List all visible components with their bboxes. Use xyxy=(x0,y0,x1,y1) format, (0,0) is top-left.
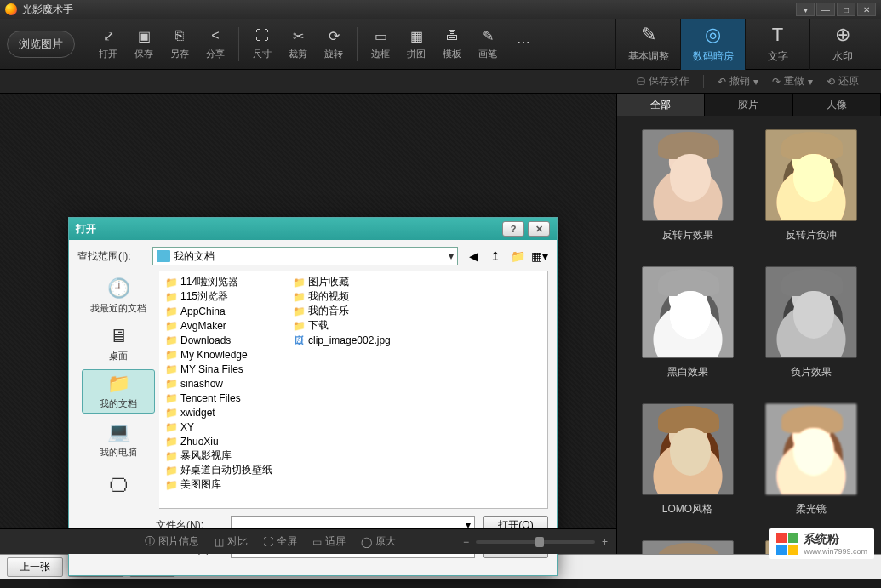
toolbar-打开-button[interactable]: ⤢打开 xyxy=(90,21,126,67)
effect-thumb xyxy=(642,266,734,358)
zoom-slider[interactable]: − + xyxy=(463,536,608,548)
file-item[interactable]: 📁MY Sina Files xyxy=(164,362,292,376)
file-item[interactable]: 📁AvgMaker xyxy=(164,318,292,333)
file-item[interactable]: 📁sinashow xyxy=(164,376,292,391)
toolbar-拼图-button[interactable]: ▦拼图 xyxy=(398,21,434,67)
dialog-close-button[interactable]: ✕ xyxy=(528,221,550,237)
window-minimize-button[interactable]: — xyxy=(816,3,835,16)
places-我的电脑[interactable]: 💻我的电脑 xyxy=(82,417,155,461)
folder-icon: 📁 xyxy=(164,291,178,303)
toolbar-裁剪-button[interactable]: ✂裁剪 xyxy=(280,21,316,67)
window-maximize-button[interactable]: □ xyxy=(837,3,855,16)
window-dropdown-button[interactable]: ▾ xyxy=(796,3,815,16)
file-item[interactable]: 📁Tencent Files xyxy=(164,391,292,405)
view-对比-button[interactable]: ◫对比 xyxy=(215,534,248,549)
toolbar-保存-button[interactable]: ▣保存 xyxy=(126,21,162,67)
places-我最近的文档[interactable]: 🕘我最近的文档 xyxy=(82,274,155,318)
undo-button[interactable]: ↶撤销▾ xyxy=(718,74,758,88)
place-icon: 💻 xyxy=(105,420,132,444)
file-item[interactable]: 📁暴风影视库 xyxy=(164,448,292,463)
toolbar-另存-button[interactable]: ⎘另存 xyxy=(162,21,197,67)
place-icon: 🖵 xyxy=(105,474,132,498)
view-适屏-button[interactable]: ▭适屏 xyxy=(312,534,346,549)
file-item[interactable]: 📁好桌道自动切换壁纸 xyxy=(164,463,292,477)
effect-item-6[interactable] xyxy=(637,540,739,554)
places-桌面[interactable]: 🖥桌面 xyxy=(82,322,155,366)
file-item[interactable]: 📁图片收藏 xyxy=(292,275,420,289)
toolbar-分享-button[interactable]: <分享 xyxy=(197,21,233,67)
file-item[interactable]: 📁115浏览器 xyxy=(164,289,292,304)
folder-icon: 📁 xyxy=(164,334,178,346)
file-item[interactable]: 📁114啦浏览器 xyxy=(164,275,292,289)
site-watermark: 系统粉 www.win7999.com xyxy=(769,528,874,559)
prev-image-button[interactable]: 上一张 xyxy=(7,557,63,577)
file-item[interactable]: 📁我的视频 xyxy=(292,289,420,304)
lookin-label: 查找范围(I): xyxy=(77,249,152,264)
toolbar-模板-button[interactable]: 🖶模板 xyxy=(434,21,470,67)
dialog-nav-icon-1[interactable]: ↥ xyxy=(487,248,504,265)
folder-icon: 📁 xyxy=(292,277,306,288)
fx-tab-胶片[interactable]: 胶片 xyxy=(705,94,792,116)
dialog-sidebar: 🕘我最近的文档🖥桌面📁我的文档💻我的电脑🖵 xyxy=(77,271,159,509)
place-icon: 🖥 xyxy=(105,324,132,348)
模板-icon: 🖶 xyxy=(443,27,461,44)
file-item[interactable]: 📁美图图库 xyxy=(164,477,292,492)
dialog-nav-icon-2[interactable]: 📁 xyxy=(509,248,526,265)
places-extra[interactable]: 🖵 xyxy=(82,465,155,509)
file-item[interactable]: 📁xwidget xyxy=(164,405,292,420)
effect-黑白效果[interactable]: 黑白效果 xyxy=(637,266,739,380)
zoom-in-icon[interactable]: + xyxy=(602,536,608,548)
toolbar-边框-button[interactable]: ▭边框 xyxy=(363,21,398,67)
folder-icon: 📁 xyxy=(164,363,178,375)
effect-柔光镜[interactable]: 柔光镜 xyxy=(760,403,862,517)
dialog-nav-icon-0[interactable]: ◀ xyxy=(465,248,482,265)
restore-button[interactable]: ⟲还原 xyxy=(827,74,859,88)
mode-tab-水印[interactable]: ⊕水印 xyxy=(809,19,874,70)
dialog-nav-icon-3[interactable]: ▦▾ xyxy=(531,248,548,265)
toolbar-旋转-button[interactable]: ⟳旋转 xyxy=(316,21,352,67)
拼图-icon: ▦ xyxy=(408,27,425,44)
dialog-help-button[interactable]: ? xyxy=(502,221,524,237)
file-item[interactable]: 📁Downloads xyxy=(164,333,292,347)
file-item[interactable]: 📁我的音乐 xyxy=(292,304,420,318)
fx-tab-人像[interactable]: 人像 xyxy=(793,94,881,116)
folder-icon: 📁 xyxy=(292,305,306,317)
canvas-area: 打开 ? ✕ 查找范围(I): 我的文档 ▾ ◀↥📁▦▾ 🕘我最近的文档🖥桌面📁… xyxy=(0,94,617,554)
file-item[interactable]: 📁AppChina xyxy=(164,304,292,318)
lookin-combobox[interactable]: 我的文档 ▾ xyxy=(152,247,458,265)
sub-toolbar: ⛁保存动作 ↶撤销▾ ↷重做▾ ⟲还原 xyxy=(0,70,881,94)
undo-icon: ↶ xyxy=(718,76,726,88)
旋转-icon: ⟳ xyxy=(325,27,342,44)
redo-button[interactable]: ↷重做▾ xyxy=(772,74,813,88)
folder-icon: 📁 xyxy=(164,479,178,491)
browse-images-button[interactable]: 浏览图片 xyxy=(7,31,75,58)
file-item[interactable]: 📁下载 xyxy=(292,318,420,333)
effect-反转片负冲[interactable]: 反转片负冲 xyxy=(760,129,862,243)
save-action-button[interactable]: ⛁保存动作 xyxy=(637,74,689,88)
file-list[interactable]: 📁114啦浏览器📁115浏览器📁AppChina📁AvgMaker📁Downlo… xyxy=(159,271,548,509)
effect-负片效果[interactable]: 负片效果 xyxy=(760,266,862,380)
裁剪-icon: ✂ xyxy=(289,27,306,44)
file-item[interactable]: 📁My Knowledge xyxy=(164,347,292,362)
toolbar-尺寸-button[interactable]: ⛶尺寸 xyxy=(244,21,280,67)
边框-icon: ▭ xyxy=(372,27,389,44)
view-原大-button[interactable]: ◯原大 xyxy=(361,534,396,549)
watermark-logo-icon xyxy=(776,533,798,555)
fx-tab-全部[interactable]: 全部 xyxy=(617,94,705,116)
mode-tab-数码暗房[interactable]: ◎数码暗房 xyxy=(680,19,745,70)
effect-反转片效果[interactable]: 反转片效果 xyxy=(637,129,739,243)
zoom-out-icon[interactable]: − xyxy=(463,536,469,548)
file-item[interactable]: 📁XY xyxy=(164,420,292,434)
view-全屏-button[interactable]: ⛶全屏 xyxy=(263,534,297,549)
toolbar-more-button[interactable]: ⋯ xyxy=(506,21,541,67)
places-我的文档[interactable]: 📁我的文档 xyxy=(82,369,155,414)
file-item[interactable]: 📁ZhuoXiu xyxy=(164,434,292,448)
main-toolbar: 浏览图片 ⤢打开▣保存⎘另存<分享⛶尺寸✂裁剪⟳旋转▭边框▦拼图🖶模板✎画笔⋯ … xyxy=(0,19,881,70)
toolbar-画笔-button[interactable]: ✎画笔 xyxy=(470,21,506,67)
effect-LOMO风格[interactable]: LOMO风格 xyxy=(637,403,739,517)
view-图片信息-button[interactable]: ⓘ图片信息 xyxy=(145,534,199,549)
window-close-button[interactable]: ✕ xyxy=(857,3,876,16)
file-item[interactable]: 🖼clip_image002.jpg xyxy=(292,333,420,347)
mode-tab-文字[interactable]: T文字 xyxy=(745,19,809,70)
mode-tab-基本调整[interactable]: ✎基本调整 xyxy=(615,19,680,70)
